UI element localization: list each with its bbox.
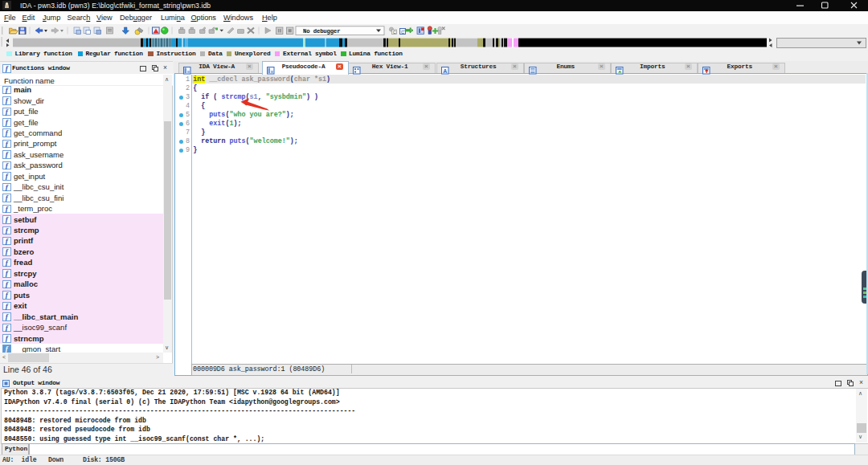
svg-text:No debugger: No debugger — [303, 28, 341, 35]
svg-text:C: C — [401, 30, 404, 35]
svg-text:A: A — [443, 67, 447, 73]
svg-text:C: C — [393, 30, 396, 35]
